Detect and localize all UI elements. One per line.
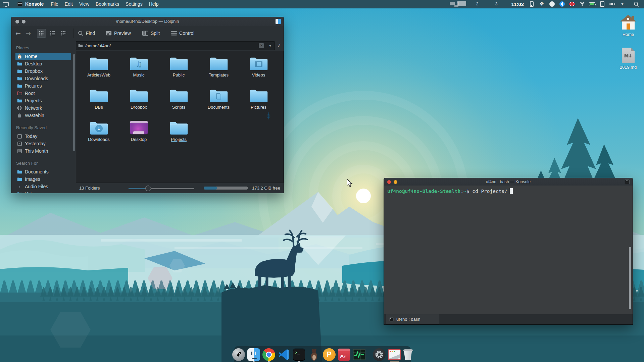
- downloads-applet-icon[interactable]: ↓: [549, 1, 555, 7]
- workspace-2[interactable]: 2: [467, 1, 487, 7]
- bluetooth-icon[interactable]: [559, 1, 565, 7]
- folder-item[interactable]: Videos: [240, 56, 277, 88]
- sidebar-item-audio-files[interactable]: ♪ Audio Files: [15, 183, 71, 190]
- dock-item-settings[interactable]: [373, 348, 386, 361]
- location-dropdown-chevron-icon[interactable]: ▼: [268, 44, 272, 48]
- home-icon: [615, 13, 641, 30]
- folder-item[interactable]: Public: [160, 56, 197, 88]
- sidebar-item-projects[interactable]: Projects: [15, 97, 71, 104]
- sidebar-item-images[interactable]: Images: [15, 175, 71, 183]
- dock-item-filezilla[interactable]: Fz: [338, 348, 350, 361]
- location-confirm-icon[interactable]: ✓: [275, 41, 284, 50]
- dock-item-terminal[interactable]: >_: [293, 348, 305, 361]
- back-button[interactable]: ←: [15, 30, 21, 37]
- show-desktop-icon[interactable]: [3, 2, 9, 6]
- dock-item-file-manager[interactable]: [247, 348, 260, 361]
- dock-item-vscode[interactable]: [278, 348, 290, 361]
- menu-edit[interactable]: Edit: [65, 1, 73, 7]
- tray-expander-chevron-icon[interactable]: ▼: [619, 1, 626, 7]
- folder-item[interactable]: ↓ Downloads: [81, 120, 117, 152]
- sidebar-item-home[interactable]: Home: [15, 53, 71, 60]
- tab-bar: uf4no : bash: [384, 314, 633, 324]
- dropbox-icon[interactable]: ❖: [539, 1, 545, 7]
- disk-capacity-bar: [204, 187, 248, 190]
- dock-item-trash[interactable]: [403, 348, 413, 361]
- dock-item-screenshot-tool[interactable]: [388, 348, 401, 361]
- folder-item[interactable]: Dropbox: [120, 88, 157, 120]
- control-button[interactable]: Control: [171, 31, 194, 36]
- sidebar-item-videos[interactable]: Videos: [15, 190, 71, 193]
- kdeconnect-icon[interactable]: [529, 1, 535, 7]
- desktop-icon-2019md[interactable]: M↓ 2019.md: [615, 46, 641, 70]
- forward-button[interactable]: →: [26, 30, 31, 37]
- window-title: uf4no : bash — Konsole: [384, 178, 633, 186]
- preview-button[interactable]: Preview: [106, 31, 131, 36]
- clear-location-icon[interactable]: ✕: [259, 43, 264, 48]
- folder-item[interactable]: Templates: [200, 56, 237, 88]
- tab-bash[interactable]: uf4no : bash: [386, 314, 439, 324]
- menu-help[interactable]: Help: [149, 1, 159, 7]
- folder-item[interactable]: Scripts: [160, 88, 197, 120]
- folder-icon: [17, 83, 22, 89]
- menu-bookmarks[interactable]: Bookmarks: [96, 1, 119, 7]
- terminal-scrollbar[interactable]: [629, 247, 631, 309]
- dock-item-dbeaver[interactable]: [308, 348, 320, 361]
- sidebar-scrollbar[interactable]: [73, 54, 75, 151]
- konsole-titlebar[interactable]: uf4no : bash — Konsole: [384, 178, 633, 186]
- sidebar-item-root[interactable]: Root: [15, 90, 71, 97]
- folder-item[interactable]: ♫ Music: [120, 56, 157, 88]
- folder-item[interactable]: Projects: [160, 120, 197, 152]
- folder-item[interactable]: Pictures: [240, 88, 277, 120]
- dock-item-pcloud[interactable]: P: [323, 348, 336, 361]
- folder-icon: [17, 176, 22, 182]
- markdown-file-icon: M↓: [615, 46, 641, 63]
- compact-view-button[interactable]: [59, 29, 68, 38]
- sidebar-item-dropbox[interactable]: Dropbox: [15, 67, 71, 75]
- folder-icon: [17, 61, 22, 66]
- workspace-1[interactable]: 1: [448, 1, 467, 7]
- clock[interactable]: 11:02: [511, 1, 524, 7]
- split-button[interactable]: Split: [142, 31, 160, 36]
- sidebar-item-today[interactable]: Today: [15, 133, 71, 140]
- sidebar-item-downloads[interactable]: Downloads: [15, 75, 71, 82]
- sidebar-item-desktop[interactable]: Desktop: [15, 60, 71, 67]
- dock-item-system-monitor[interactable]: [353, 348, 365, 361]
- workspace-3[interactable]: 3: [487, 1, 506, 7]
- sidebar-item-wastebin[interactable]: Wastebin: [15, 112, 71, 119]
- folder-icon: [89, 56, 109, 71]
- folder-item[interactable]: Desktop: [120, 120, 157, 152]
- folder-item[interactable]: Documents: [200, 88, 237, 120]
- menu-view[interactable]: View: [79, 1, 89, 7]
- places-panel: Places Home Desktop Dropbox Downloads: [11, 41, 76, 193]
- sidebar-item-pictures[interactable]: Pictures: [15, 82, 71, 90]
- dolphin-titlebar[interactable]: /home/uf4no/Desktop — Dolphin: [11, 17, 284, 26]
- folder-downloads-icon: ↓: [89, 120, 109, 136]
- keyboard-layout-uk-icon[interactable]: [569, 1, 575, 7]
- details-view-button[interactable]: [48, 29, 57, 38]
- terminal-tab-icon: [389, 317, 394, 321]
- dock-item-launchpad[interactable]: [232, 348, 245, 361]
- menu-settings[interactable]: Settings: [126, 1, 143, 7]
- zoom-slider[interactable]: [129, 186, 194, 191]
- sidebar-item-documents[interactable]: Documents: [15, 168, 71, 175]
- menu-file[interactable]: File: [51, 1, 58, 7]
- icons-view-button[interactable]: [37, 29, 46, 38]
- system-monitor-icon: [353, 349, 365, 360]
- sidebar-item-yesterday[interactable]: Yesterday: [15, 140, 71, 147]
- battery-icon[interactable]: [589, 1, 595, 7]
- sidebar-item-this-month[interactable]: This Month: [15, 147, 71, 155]
- terminal[interactable]: uf4no@uf4no-Blade-Stealth:~$ cd Projects…: [384, 186, 633, 314]
- search-for-header: Search For: [16, 161, 76, 166]
- location-bar[interactable]: /home/uf4no/ ✕ ▼: [76, 41, 275, 50]
- find-button[interactable]: Find: [78, 31, 95, 36]
- desktop-icon-home[interactable]: Home: [615, 13, 641, 37]
- folder-item[interactable]: DBs: [81, 88, 117, 120]
- folder-item[interactable]: ArticlesWeb: [81, 56, 117, 88]
- wifi-icon[interactable]: [579, 1, 585, 7]
- sidebar-item-network[interactable]: Network: [15, 104, 71, 112]
- clipboard-icon[interactable]: [599, 1, 605, 7]
- folder-view[interactable]: ArticlesWeb ♫ Music Public Templates Vid…: [76, 51, 284, 183]
- volume-icon[interactable]: [609, 1, 615, 7]
- dock-item-chrome[interactable]: [262, 348, 275, 361]
- search-icon[interactable]: [634, 1, 639, 7]
